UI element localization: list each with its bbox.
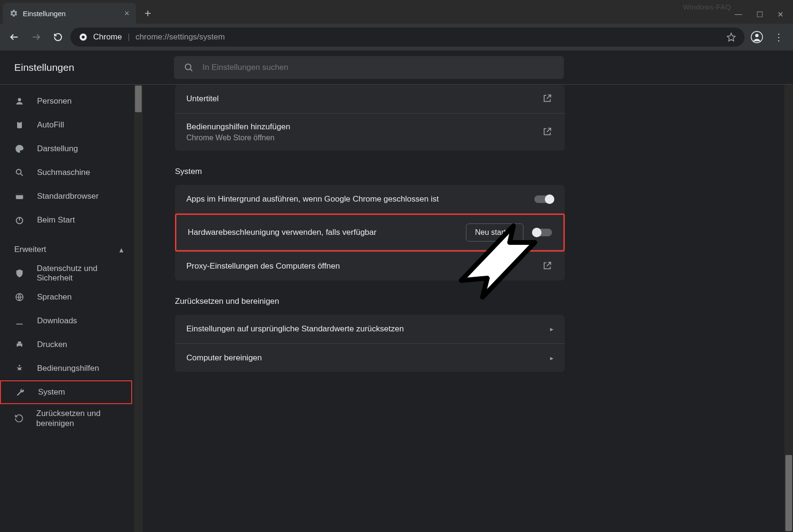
palette-icon	[14, 144, 25, 154]
content-scrollbar[interactable]	[784, 85, 793, 532]
svg-point-16	[19, 365, 20, 367]
row-cleanup-computer[interactable]: Computer bereinigen ▸	[175, 343, 565, 372]
row-untertitel[interactable]: Untertitel	[175, 85, 565, 113]
sidebar-item-label: Darstellung	[37, 144, 78, 154]
svg-point-1	[82, 36, 85, 39]
svg-point-3	[755, 34, 759, 37]
sidebar-item-label: Datenschutz und Sicherheit	[37, 264, 132, 283]
kebab-menu-icon[interactable]: ⋮	[769, 28, 788, 47]
sidebar-item-label: System	[38, 387, 65, 397]
sidebar-item-label: Standardbrowser	[37, 192, 98, 201]
chrome-site-icon	[79, 33, 87, 41]
page-title: Einstellungen	[14, 62, 170, 73]
svg-point-4	[185, 64, 191, 69]
sidebar-item-bedienungshilfen[interactable]: Bedienungshilfen	[0, 357, 132, 380]
row-bedienungshilfen-hinzufuegen[interactable]: Bedienungshilfen hinzufügen Chrome Web S…	[175, 113, 565, 151]
address-scheme: Chrome	[93, 32, 122, 42]
row-hardware-acceleration[interactable]: Hardwarebeschleunigung verwenden, falls …	[175, 213, 565, 251]
svg-point-8	[16, 169, 21, 174]
svg-rect-14	[18, 341, 21, 343]
reset-card: Einstellungen auf ursprüngliche Standard…	[175, 315, 565, 372]
sidebar-item-personen[interactable]: Personen	[0, 89, 132, 113]
sidebar-item-datenschutz[interactable]: Datenschutz und Sicherheit	[0, 261, 132, 285]
sidebar-item-autofill[interactable]: AutoFill	[0, 113, 132, 137]
printer-icon	[14, 339, 25, 350]
svg-rect-7	[19, 121, 21, 123]
sidebar-item-label: AutoFill	[37, 120, 64, 130]
search-input[interactable]	[203, 63, 554, 72]
sidebar-item-label: Beim Start	[37, 215, 75, 225]
clipboard-icon	[14, 120, 25, 130]
forward-button[interactable]	[27, 28, 46, 47]
shield-icon	[14, 268, 24, 279]
sidebar-item-zuruecksetzen[interactable]: Zurücksetzen und bereinigen	[0, 404, 132, 433]
settings-header: Einstellungen	[0, 50, 793, 85]
sidebar-item-darstellung[interactable]: Darstellung	[0, 137, 132, 161]
toggle-hardware-acceleration[interactable]	[533, 229, 552, 236]
reload-button[interactable]	[48, 28, 68, 47]
row-background-apps[interactable]: Apps im Hintergrund ausführen, wenn Goog…	[175, 185, 565, 213]
window-maximize-icon[interactable]: ☐	[756, 10, 763, 19]
close-tab-icon[interactable]: ×	[124, 9, 129, 19]
sidebar-advanced-toggle[interactable]: Erweitert ▴	[0, 238, 132, 261]
row-reset-defaults[interactable]: Einstellungen auf ursprüngliche Standard…	[175, 315, 565, 343]
download-icon	[14, 316, 25, 326]
address-url: chrome://settings/system	[135, 32, 225, 42]
system-card: Apps im Hintergrund ausführen, wenn Goog…	[175, 185, 565, 281]
search-icon	[184, 62, 194, 73]
chevron-up-icon: ▴	[119, 245, 124, 255]
sidebar-item-beimstart[interactable]: Beim Start	[0, 208, 132, 232]
window-close-icon[interactable]: ✕	[777, 10, 783, 19]
wrench-icon	[15, 387, 26, 397]
globe-icon	[14, 292, 25, 302]
new-tab-button[interactable]: +	[136, 3, 160, 24]
sidebar-scrollbar[interactable]	[134, 85, 143, 532]
sidebar-item-standardbrowser[interactable]: Standardbrowser	[0, 184, 132, 208]
svg-rect-6	[17, 122, 22, 128]
back-button[interactable]	[5, 28, 24, 47]
browser-icon	[14, 191, 25, 202]
restore-icon	[14, 413, 24, 424]
person-icon	[14, 96, 25, 106]
sidebar-item-label: Sprachen	[37, 292, 72, 302]
sidebar-item-label: Bedienungshilfen	[37, 364, 99, 373]
address-bar[interactable]: Chrome | chrome://settings/system	[70, 28, 745, 47]
row-proxy-settings[interactable]: Proxy-Einstellungen des Computers öffnen	[175, 251, 565, 281]
chevron-right-icon: ▸	[550, 354, 553, 362]
sidebar-item-label: Drucken	[37, 340, 67, 349]
bookmark-star-icon[interactable]	[726, 32, 736, 42]
toggle-background-apps[interactable]	[534, 195, 553, 203]
sidebar-item-label: Erweitert	[14, 245, 46, 254]
browser-tab[interactable]: Einstellungen ×	[3, 3, 136, 24]
sidebar-item-drucken[interactable]: Drucken	[0, 333, 132, 357]
sidebar-item-label: Zurücksetzen und bereinigen	[36, 408, 132, 429]
accessibility-card: Untertitel Bedienungshilfen hinzufügen C…	[175, 85, 565, 151]
settings-search[interactable]	[174, 56, 564, 79]
open-external-icon	[542, 261, 553, 272]
svg-rect-15	[18, 346, 21, 348]
gear-icon	[10, 9, 18, 18]
restart-button[interactable]: Neu starten	[466, 223, 523, 242]
sidebar-item-label: Downloads	[37, 316, 77, 326]
sidebar-item-downloads[interactable]: Downloads	[0, 309, 132, 333]
accessibility-icon	[14, 363, 25, 374]
window-minimize-icon[interactable]: —	[735, 10, 742, 19]
section-title-system: System	[175, 167, 565, 176]
sidebar-item-label: Suchmaschine	[37, 168, 90, 177]
sidebar-item-label: Personen	[37, 97, 72, 106]
section-title-reset: Zurücksetzen und bereinigen	[175, 297, 565, 306]
chevron-right-icon: ▸	[550, 325, 553, 333]
open-external-icon	[542, 93, 553, 105]
svg-rect-10	[16, 193, 23, 195]
power-icon	[14, 215, 25, 225]
sidebar-item-suchmaschine[interactable]: Suchmaschine	[0, 161, 132, 184]
tab-title: Einstellungen	[23, 10, 66, 18]
sidebar-item-system[interactable]: System	[0, 380, 132, 404]
profile-button[interactable]	[747, 28, 766, 47]
open-external-icon	[542, 126, 553, 138]
sidebar-item-sprachen[interactable]: Sprachen	[0, 285, 132, 309]
sidebar: Personen AutoFill Darstellung Suchmaschi…	[0, 85, 143, 532]
watermark: Windows-FAQ	[683, 3, 731, 11]
window-titlebar: Einstellungen × + — ☐ ✕	[0, 0, 793, 24]
svg-point-5	[18, 98, 21, 101]
